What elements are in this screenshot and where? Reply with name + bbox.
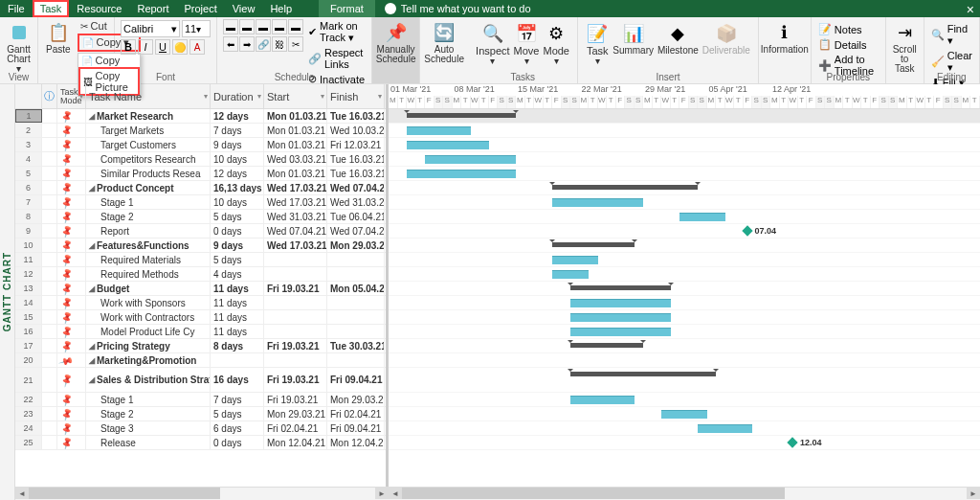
- gantt-bar[interactable]: [407, 141, 489, 149]
- table-row[interactable]: 16📌Model Product Life Cy11 days: [15, 325, 386, 339]
- table-row[interactable]: 25📌Release0 daysMon 12.04.21Mon 12.04.21: [15, 436, 386, 450]
- indent-75-button[interactable]: ▬: [272, 19, 287, 34]
- move-button[interactable]: 📅Move▾: [512, 20, 542, 68]
- table-row[interactable]: 24📌Stage 36 daysFri 02.04.21Fri 09.04.21: [15, 421, 386, 436]
- unlink-button[interactable]: ⛓: [272, 36, 287, 52]
- menu-project[interactable]: Project: [176, 0, 224, 17]
- manually-schedule-button[interactable]: 📌 Manually Schedule: [374, 19, 418, 66]
- close-icon[interactable]: ×: [967, 2, 974, 17]
- font-size-select[interactable]: 11▾: [182, 20, 211, 37]
- table-row[interactable]: 9📌Report0 daysWed 07.04.21Wed 07.04.21: [15, 224, 386, 239]
- indent-25-button[interactable]: ▬: [239, 19, 255, 34]
- menu-task[interactable]: Task: [33, 0, 70, 17]
- scroll-thumb-left[interactable]: [29, 488, 220, 499]
- scroll-left-arrow[interactable]: ◄: [15, 488, 29, 499]
- italic-button[interactable]: I: [138, 39, 153, 55]
- col-finish[interactable]: Finish▾: [327, 84, 385, 108]
- col-duration[interactable]: Duration▾: [211, 84, 264, 108]
- scroll-thumb-right[interactable]: [402, 488, 785, 499]
- gantt-bar[interactable]: [407, 113, 516, 118]
- table-row[interactable]: 13📌◢Budget11 daysFri 19.03.21Mon 05.04.2…: [15, 282, 386, 296]
- table-row[interactable]: 22📌Stage 17 daysFri 19.03.21Mon 29.03.21: [15, 393, 386, 407]
- details-button[interactable]: 📋 Details: [817, 37, 880, 52]
- respect-links-button[interactable]: 🔗 Respect Links: [307, 46, 366, 71]
- outdent-button[interactable]: ⬅: [223, 36, 238, 52]
- clear-button[interactable]: 🧹 Clear ▾: [930, 49, 973, 75]
- auto-schedule-button[interactable]: 🔄 Auto Schedule: [422, 19, 466, 66]
- table-row[interactable]: 15📌Work with Contractors11 days: [15, 310, 386, 325]
- indent-50-button[interactable]: ▬: [256, 19, 271, 34]
- bold-button[interactable]: B: [121, 39, 136, 55]
- mode-button[interactable]: ⚙Mode▾: [541, 20, 571, 68]
- underline-button[interactable]: U: [155, 39, 170, 55]
- mark-on-track-button[interactable]: ✔ Mark on Track ▾: [307, 19, 366, 45]
- table-row[interactable]: 5📌Similar Products Resea12 daysMon 01.03…: [15, 167, 386, 181]
- insert-task-button[interactable]: 📝Task▾: [584, 20, 611, 68]
- notes-button[interactable]: 📝 Notes: [817, 22, 880, 36]
- scroll-left-arrow-2[interactable]: ◄: [389, 488, 402, 499]
- font-name-select[interactable]: Calibri▾: [121, 20, 180, 37]
- gantt-bar[interactable]: [407, 170, 516, 178]
- gantt-bar[interactable]: [570, 299, 671, 307]
- gantt-bar[interactable]: [661, 410, 707, 419]
- tell-me-search[interactable]: Tell me what you want to do: [385, 3, 531, 14]
- insert-summary-button[interactable]: 📊Summary: [611, 20, 656, 57]
- table-row[interactable]: 11📌Required Materials5 days: [15, 253, 386, 267]
- gantt-bar[interactable]: [552, 270, 589, 279]
- table-row[interactable]: 12📌Required Methods4 days: [15, 267, 386, 282]
- gantt-bar[interactable]: [570, 372, 716, 376]
- gantt-bar[interactable]: [552, 242, 635, 247]
- gantt-bar[interactable]: [570, 328, 671, 336]
- gantt-bar[interactable]: [570, 313, 671, 322]
- col-name[interactable]: Task Name▾: [86, 84, 211, 108]
- link-button[interactable]: 🔗: [256, 36, 271, 52]
- split-button[interactable]: ✂: [288, 36, 303, 52]
- gantt-bar[interactable]: [552, 198, 643, 207]
- find-button[interactable]: 🔍 Find ▾: [930, 22, 973, 48]
- information-button[interactable]: ℹInformation: [759, 19, 811, 57]
- table-row[interactable]: 2📌Target Markets7 daysMon 01.03.21Wed 10…: [15, 124, 386, 138]
- insert-milestone-button[interactable]: ◆Milestone: [656, 20, 701, 57]
- scroll-to-task-button[interactable]: ⇥Scroll to Task: [891, 19, 919, 76]
- gantt-bar[interactable]: [698, 424, 752, 433]
- scroll-right-arrow-2[interactable]: ►: [967, 488, 980, 499]
- table-row[interactable]: 20📌◢Marketing&Promotion: [15, 353, 386, 368]
- gantt-bar[interactable]: [407, 126, 471, 135]
- table-row[interactable]: 4📌Competitors Research10 daysWed 03.03.2…: [15, 152, 386, 167]
- table-row[interactable]: 3📌Target Customers9 daysMon 01.03.21Fri …: [15, 138, 386, 152]
- vertical-tab[interactable]: GANTT CHART: [0, 84, 15, 500]
- inspect-button[interactable]: 🔍Inspect▾: [474, 20, 511, 68]
- indent-100-button[interactable]: ▬: [288, 19, 303, 34]
- fill-color-button[interactable]: 🟡: [172, 39, 188, 55]
- gantt-bar[interactable]: [425, 155, 516, 164]
- menu-resource[interactable]: Resource: [69, 0, 129, 17]
- col-mode[interactable]: Task Mode▾: [57, 84, 86, 108]
- table-row[interactable]: 17📌◢Pricing Strategy8 daysFri 19.03.21Tu…: [15, 339, 386, 353]
- table-row[interactable]: 14📌Work with Sponsors11 days: [15, 296, 386, 310]
- gantt-chart-button[interactable]: Gantt Chart ▾: [5, 19, 32, 76]
- table-row[interactable]: 10📌◢Features&Functions9 daysWed 17.03.21…: [15, 239, 386, 253]
- gantt-bar[interactable]: [679, 213, 725, 221]
- menu-report[interactable]: Report: [129, 0, 176, 17]
- table-row[interactable]: 6📌◢Product Concept16,13 daysWed 17.03.21…: [15, 181, 386, 195]
- table-row[interactable]: 8📌Stage 25 daysWed 31.03.21Tue 06.04.21: [15, 210, 386, 224]
- table-row[interactable]: 23📌Stage 25 daysMon 29.03.21Fri 02.04.21: [15, 407, 386, 421]
- menu-file[interactable]: File: [0, 0, 33, 17]
- table-row[interactable]: 7📌Stage 110 daysWed 17.03.21Wed 31.03.21: [15, 195, 386, 210]
- gantt-bar[interactable]: [552, 256, 598, 264]
- menu-view[interactable]: View: [225, 0, 263, 17]
- gantt-bar[interactable]: [570, 285, 671, 290]
- font-color-button[interactable]: A: [189, 39, 205, 55]
- scroll-right-arrow[interactable]: ►: [375, 488, 389, 499]
- horizontal-scrollbar[interactable]: ◄ ► ◄ ►: [15, 487, 980, 500]
- table-row[interactable]: 21📌◢Sales & Distribution Strategy16 days…: [15, 368, 386, 393]
- gantt-bar[interactable]: [552, 185, 698, 190]
- gantt-bar[interactable]: [570, 343, 643, 348]
- table-row[interactable]: 1📌◢Market Research12 daysMon 01.03.21Tue…: [15, 109, 386, 124]
- indent-0-button[interactable]: ▬: [223, 19, 238, 34]
- menu-help[interactable]: Help: [262, 0, 300, 17]
- indent-button[interactable]: ➡: [239, 36, 255, 52]
- col-start[interactable]: Start▾: [264, 84, 327, 108]
- gantt-bar[interactable]: [570, 396, 635, 404]
- menu-format[interactable]: Format: [319, 0, 375, 17]
